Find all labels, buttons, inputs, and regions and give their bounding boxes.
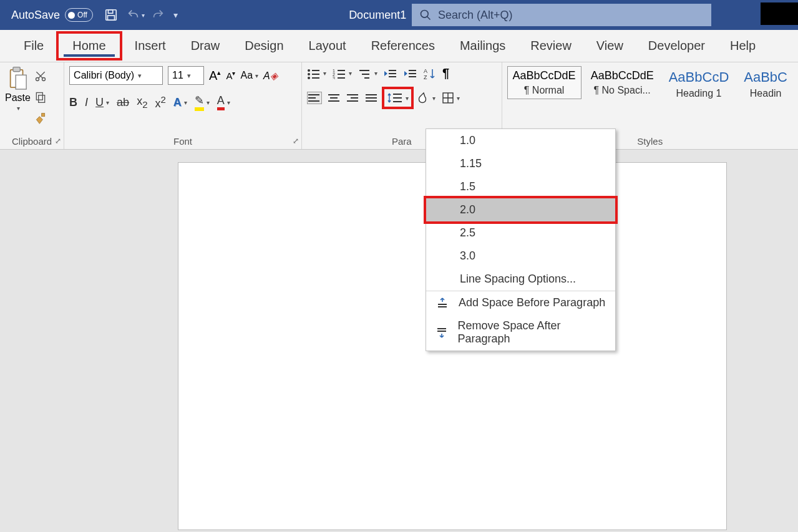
- svg-rect-5: [13, 67, 20, 72]
- font-name-combo[interactable]: Calibri (Body)▾: [69, 66, 163, 85]
- svg-text:A: A: [424, 68, 427, 74]
- ribbon-tabs: File Home Insert Draw Design Layout Refe…: [0, 30, 798, 62]
- spacing-1-5[interactable]: 1.5: [426, 175, 615, 198]
- title-bar: AutoSave Off ▾ ▾ Document1 - Word Search…: [0, 0, 798, 30]
- svg-rect-23: [338, 77, 345, 79]
- redo-icon[interactable]: [151, 8, 165, 22]
- style-no-spacing[interactable]: AaBbCcDdE ¶ No Spaci...: [585, 66, 659, 99]
- svg-rect-19: [338, 70, 345, 71]
- qat-customize-icon[interactable]: ▾: [173, 10, 178, 20]
- paste-chevron-icon[interactable]: ▾: [17, 105, 20, 112]
- increase-indent-button[interactable]: [404, 68, 417, 79]
- tab-mailings[interactable]: Mailings: [447, 34, 518, 58]
- svg-text:Z: Z: [424, 74, 427, 80]
- document-area: [0, 150, 798, 532]
- search-input[interactable]: Search (Alt+Q): [412, 4, 711, 26]
- tab-file[interactable]: File: [11, 34, 56, 58]
- font-color-button[interactable]: A▾: [217, 94, 230, 110]
- align-left-button[interactable]: [307, 92, 322, 104]
- shading-button[interactable]: ▾: [417, 92, 435, 104]
- change-case-button[interactable]: Aa▾: [240, 70, 258, 81]
- text-effects-button[interactable]: A▾: [173, 96, 187, 109]
- align-center-button[interactable]: [328, 93, 341, 103]
- svg-rect-39: [330, 97, 338, 99]
- undo-dropdown-icon[interactable]: ▾: [142, 12, 145, 19]
- decrease-indent-button[interactable]: [384, 68, 397, 79]
- style-heading-2[interactable]: AaBbC Headin: [738, 66, 793, 102]
- ribbon: Paste ▾ Clipboard ⤢ Calibri (Body)▾ 11▾ …: [0, 62, 798, 150]
- svg-rect-45: [366, 97, 377, 99]
- borders-button[interactable]: ▾: [442, 92, 460, 104]
- tab-help[interactable]: Help: [718, 34, 768, 58]
- svg-rect-24: [359, 70, 369, 71]
- spacing-2-5[interactable]: 2.5: [426, 221, 615, 244]
- svg-rect-42: [351, 97, 358, 99]
- style-normal[interactable]: AaBbCcDdE ¶ Normal: [507, 66, 581, 99]
- undo-icon[interactable]: [127, 8, 140, 22]
- tab-draw[interactable]: Draw: [178, 34, 233, 58]
- svg-rect-49: [393, 101, 402, 102]
- add-space-before[interactable]: Add Space Before Paragraph: [426, 291, 615, 314]
- sort-button[interactable]: AZ: [424, 67, 436, 80]
- svg-rect-32: [409, 76, 416, 77]
- tab-review[interactable]: Review: [518, 34, 584, 58]
- multilevel-list-button[interactable]: ▾: [358, 68, 377, 79]
- chevron-down-icon: ▾: [187, 72, 191, 80]
- paste-button[interactable]: Paste ▾: [5, 66, 31, 112]
- show-hide-button[interactable]: ¶: [442, 66, 449, 80]
- format-painter-icon[interactable]: [34, 112, 47, 125]
- line-spacing-button[interactable]: ▾: [384, 89, 411, 107]
- tab-view[interactable]: View: [584, 34, 636, 58]
- svg-rect-29: [389, 76, 396, 77]
- underline-button[interactable]: U▾: [95, 96, 109, 109]
- svg-rect-2: [107, 16, 114, 20]
- font-launcher-icon[interactable]: ⤢: [293, 137, 299, 145]
- svg-point-16: [308, 77, 310, 79]
- cut-icon[interactable]: [34, 70, 47, 82]
- tab-developer[interactable]: Developer: [636, 34, 718, 58]
- numbering-button[interactable]: 123▾: [333, 68, 352, 79]
- spacing-3-0[interactable]: 3.0: [426, 244, 615, 268]
- spacing-1-15[interactable]: 1.15: [426, 152, 615, 175]
- bullets-button[interactable]: ▾: [307, 68, 326, 79]
- svg-rect-41: [347, 94, 358, 95]
- group-label-font: Font: [69, 135, 296, 148]
- tab-design[interactable]: Design: [232, 34, 296, 58]
- grow-font-button[interactable]: A▴: [209, 69, 221, 83]
- shrink-font-button[interactable]: A▾: [226, 70, 235, 81]
- justify-button[interactable]: [366, 93, 378, 103]
- group-font: Calibri (Body)▾ 11▾ A▴ A▾ Aa▾ A◈ B I U▾ …: [64, 62, 302, 149]
- strikethrough-button[interactable]: ab: [117, 96, 129, 109]
- spacing-2-0[interactable]: 2.0: [426, 198, 615, 221]
- highlight-button[interactable]: ✎▾: [195, 94, 210, 111]
- italic-button[interactable]: I: [85, 96, 88, 109]
- autosave-toggle[interactable]: Off: [65, 8, 93, 22]
- bold-button[interactable]: B: [69, 96, 77, 109]
- svg-rect-31: [409, 73, 416, 74]
- clipboard-launcher-icon[interactable]: ⤢: [55, 137, 61, 145]
- svg-point-12: [308, 69, 310, 72]
- font-size-combo[interactable]: 11▾: [168, 66, 204, 85]
- svg-rect-11: [42, 114, 45, 117]
- subscript-button[interactable]: x2: [137, 95, 147, 110]
- save-icon[interactable]: [104, 8, 118, 22]
- svg-rect-54: [437, 331, 446, 332]
- tab-references[interactable]: References: [359, 34, 447, 58]
- align-right-button[interactable]: [347, 93, 359, 103]
- tab-home[interactable]: Home: [59, 34, 119, 58]
- group-label-clipboard: Clipboard: [5, 135, 59, 148]
- clear-formatting-button[interactable]: A◈: [263, 70, 278, 82]
- remove-space-after[interactable]: Remove Space After Paragraph: [426, 314, 615, 351]
- spacing-options[interactable]: Line Spacing Options...: [426, 268, 615, 291]
- svg-rect-37: [308, 100, 319, 102]
- svg-rect-30: [409, 70, 416, 71]
- search-icon: [419, 9, 432, 21]
- style-heading-1[interactable]: AaBbCcD Heading 1: [663, 66, 735, 102]
- tab-insert[interactable]: Insert: [122, 34, 178, 58]
- remove-space-after-icon: [435, 326, 449, 339]
- superscript-button[interactable]: x2: [155, 94, 165, 110]
- autosave-label: AutoSave: [11, 9, 60, 22]
- tab-layout[interactable]: Layout: [296, 34, 359, 58]
- copy-icon[interactable]: [34, 91, 47, 104]
- spacing-1-0[interactable]: 1.0: [426, 129, 615, 152]
